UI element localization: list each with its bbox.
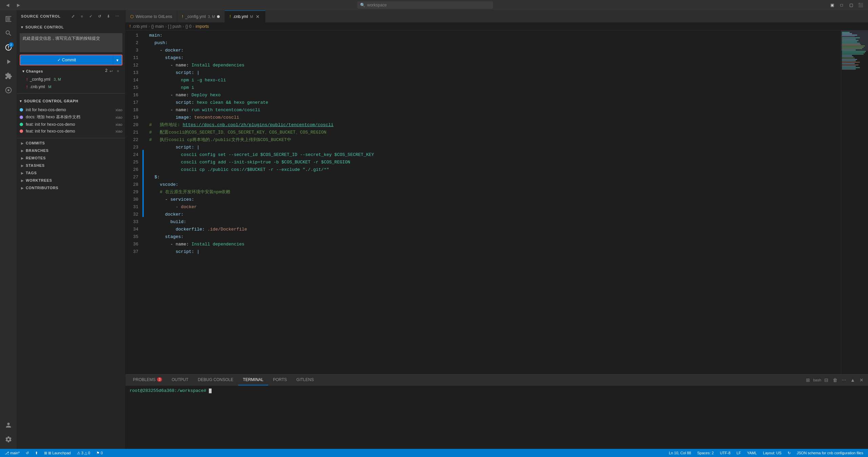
checkmark-icon: ✓ [57, 58, 61, 62]
discard-all-btn[interactable]: ↩ [108, 68, 114, 74]
more-terminal-btn[interactable]: ⋯ [840, 376, 848, 384]
layout-btn-2[interactable]: □ [837, 1, 846, 9]
activity-remote[interactable] [2, 83, 15, 97]
refresh-repo-btn[interactable]: ↺ [96, 13, 103, 20]
terminal-content[interactable]: root@283255d6a368:/workspace# [125, 385, 868, 449]
discard-changes-btn[interactable]: ↺ [108, 76, 114, 82]
activity-explorer[interactable] [2, 12, 15, 26]
breadcrumb-symbol[interactable]: {} main [151, 24, 164, 29]
branch-name: main* [10, 451, 20, 455]
check-btn[interactable]: ✓ [87, 13, 95, 20]
activity-settings[interactable] [2, 433, 15, 446]
activity-account[interactable] [2, 418, 15, 432]
warning-icon: ! [130, 24, 131, 29]
commit-row[interactable]: docs: 增加 hexo 基本操作文档 xiao [17, 113, 125, 121]
tab-gitlens[interactable]: ⬡ Welcome to GitLens [125, 11, 177, 22]
tab-debug-console[interactable]: DEBUG CONSOLE [193, 375, 238, 385]
more-actions-btn[interactable]: ⋯ [114, 13, 121, 20]
cursor-position[interactable]: Ln 10, Col 88 [667, 449, 693, 457]
maximize-panel-btn[interactable]: ▲ [849, 376, 856, 384]
collapsed-stashes: ▶ STASHES [17, 162, 125, 169]
stage-file-btn[interactable]: + [115, 76, 121, 82]
new-terminal-btn[interactable]: ⊞ [804, 376, 812, 384]
tab-terminal[interactable]: TERMINAL [238, 375, 268, 385]
change-item[interactable]: ! _config.yml 3, M ↩ ↺ + [20, 76, 122, 83]
trash-terminal-btn[interactable]: 🗑 [831, 376, 839, 384]
contributors-header[interactable]: ▶ CONTRIBUTORS [20, 184, 122, 191]
sc-more-btn[interactable]: ⋯ [114, 23, 121, 31]
warning-icon: ! [26, 84, 28, 90]
commit-row[interactable]: init for hexo-cos-demo xiao [17, 106, 125, 113]
commit-message-input[interactable]: 此处是提交信息，填写完点下面的按钮提交 [20, 33, 122, 52]
sc-icon-btn[interactable]: ⑇ [105, 23, 113, 31]
sync-status[interactable]: ↺ [24, 449, 31, 457]
code-content[interactable]: main: push: - docker: stages: - name: In… [144, 31, 841, 374]
breadcrumb-folder[interactable]: imports [196, 24, 209, 29]
pull-btn[interactable]: ⬇ [105, 13, 112, 20]
worktrees-header[interactable]: ▶ WORKTREES [20, 177, 122, 184]
breadcrumb-symbol[interactable]: {} 0 [185, 24, 192, 29]
close-tab-button[interactable]: ✕ [255, 14, 260, 19]
stage-file-btn[interactable]: + [115, 84, 121, 90]
publish-status[interactable]: ⬆ [33, 449, 40, 457]
graph-cloud-btn[interactable]: ☁ [116, 98, 122, 104]
breadcrumb-file[interactable]: .cnb.yml [132, 24, 147, 29]
tab-gitlens-panel[interactable]: GITLENS [292, 375, 318, 385]
changes-header[interactable]: ▾ Changes 2 ↩ + [20, 67, 122, 76]
source-control-sub-header[interactable]: ▾ SOURCE CONTROL ⑇ ⋯ [20, 22, 122, 32]
split-terminal-btn[interactable]: ⊟ [823, 376, 830, 384]
commit-row[interactable]: feat: init for hexo-cos-demo xiao [17, 121, 125, 128]
forward-button[interactable]: ▶ [14, 1, 22, 9]
activity-extensions[interactable] [2, 69, 15, 83]
tab-ports[interactable]: PORTS [268, 375, 292, 385]
expand-all-btn[interactable]: ≡ [78, 13, 86, 20]
discard-changes-btn[interactable]: ↺ [108, 84, 114, 90]
language-status[interactable]: YAML [745, 449, 759, 457]
sc-graph-header[interactable]: ▾ SOURCE CONTROL GRAPH ⚙ ☁ [17, 96, 125, 106]
layout-btn-1[interactable]: ▣ [828, 1, 836, 9]
stashes-header[interactable]: ▶ STASHES [20, 162, 122, 169]
layout-btn-3[interactable]: ▢ [847, 1, 855, 9]
graph-settings-btn[interactable]: ⚙ [108, 98, 115, 104]
sync-remote-status[interactable]: ↻ [786, 449, 793, 457]
search-bar[interactable]: 🔍 workspace [357, 1, 493, 9]
commit-dropdown-button[interactable]: ▾ [113, 55, 122, 65]
layout-status[interactable]: Layout: US [761, 449, 783, 457]
back-button[interactable]: ◀ [3, 1, 12, 9]
warnings-status[interactable]: ⚑ 0 [94, 449, 105, 457]
terminal-prompt: root@283255d6a368:/workspace# [130, 388, 209, 393]
chevron-right-icon: ▶ [21, 141, 24, 145]
commit-row[interactable]: feat: init for hexo-cos-demo xiao [17, 128, 125, 135]
spaces-status[interactable]: Spaces: 2 [695, 449, 716, 457]
change-item[interactable]: ! .cnb.yml M ↩ ↺ + [20, 83, 122, 91]
open-file-btn[interactable]: ↩ [101, 84, 107, 90]
commits-header[interactable]: ▶ COMMITS [20, 140, 122, 146]
branch-status[interactable]: ⎇ main* [3, 449, 22, 457]
tags-header[interactable]: ▶ TAGS [20, 170, 122, 176]
tab-problems[interactable]: PROBLEMS 3 [128, 375, 167, 385]
errors-status[interactable]: ⚠ 3 △ 0 [75, 449, 92, 457]
commit-text: init for hexo-cos-demo [26, 107, 113, 112]
close-panel-btn[interactable]: ✕ [858, 376, 865, 384]
activity-run[interactable] [2, 55, 15, 68]
change-item-left: ! .cnb.yml M [26, 84, 51, 90]
branches-header[interactable]: ▶ BRANCHES [20, 147, 122, 154]
tab-output[interactable]: OUTPUT [167, 375, 193, 385]
tab-config-yml[interactable]: ! _config.yml 3, M [177, 11, 225, 22]
open-file-btn[interactable]: ↩ [101, 76, 107, 82]
layout-btn-4[interactable]: ⬛ [856, 1, 865, 9]
encoding-status[interactable]: UTF-8 [718, 449, 732, 457]
schema-status[interactable]: JSON schema for cnb configuration files [795, 449, 865, 457]
commit-button[interactable]: ✓ Commit [20, 55, 113, 65]
error-icon: ⚠ [77, 451, 80, 455]
activity-search[interactable] [2, 26, 15, 40]
terminal-actions: ⊞ bash ⊟ 🗑 ⋯ ▲ ✕ [804, 376, 865, 384]
breadcrumb-symbol[interactable]: [ ] push [168, 24, 181, 29]
launchpad-status[interactable]: ⊞ ⊞ Launchpad [42, 449, 73, 457]
activity-source-control[interactable]: 2 [2, 41, 15, 54]
stage-all-btn[interactable]: + [115, 68, 121, 74]
tab-cnb-yml[interactable]: ! .cnb.yml M ✕ [225, 11, 265, 22]
commit-graph-btn[interactable]: ⑇ [70, 13, 77, 20]
line-ending-status[interactable]: LF [734, 449, 743, 457]
remotes-header[interactable]: ▶ REMOTES [20, 155, 122, 161]
